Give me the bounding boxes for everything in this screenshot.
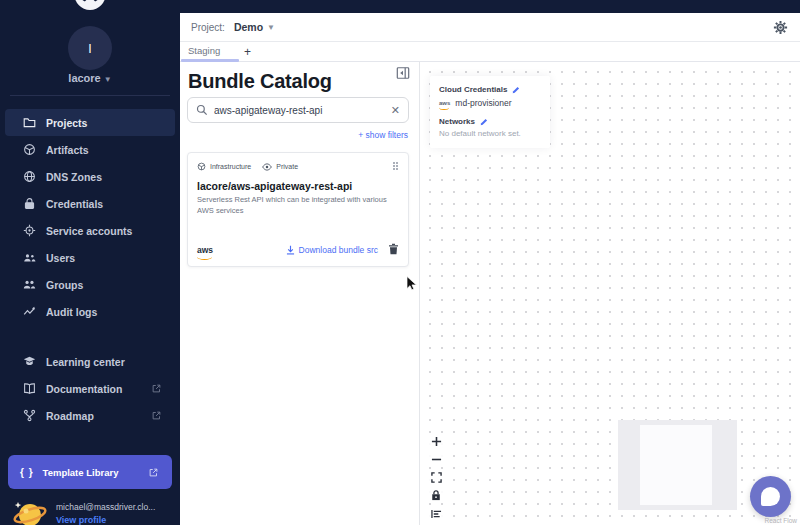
sidebar-nav: Projects Artifacts DNS Zones Credentials… — [0, 109, 180, 325]
networks-label: Networks — [439, 117, 475, 126]
edit-pencil-icon[interactable] — [512, 86, 520, 94]
clear-search-icon[interactable]: ✕ — [391, 105, 400, 116]
bundle-card-badges: Infrastructure Private — [197, 162, 399, 171]
minimap-viewport — [640, 425, 712, 505]
planet-avatar[interactable] — [12, 496, 48, 525]
sidebar-item-groups[interactable]: Groups — [5, 271, 175, 298]
bundle-name: lacore/aws-apigateway-rest-api — [197, 180, 399, 192]
edit-pencil-icon[interactable] — [480, 118, 488, 126]
sidebar-item-service-accounts[interactable]: Service accounts — [5, 217, 175, 244]
org-avatar[interactable]: l — [68, 26, 112, 70]
massdriver-logo-icon — [0, 0, 180, 11]
bundle-search-input[interactable] — [214, 105, 391, 116]
sidebar-item-dns-zones[interactable]: DNS Zones — [5, 163, 175, 190]
settings-gear-button[interactable] — [773, 20, 788, 39]
external-link-icon — [152, 411, 161, 420]
download-bundle-link[interactable]: Download bundle src — [286, 245, 378, 255]
gear-icon — [773, 20, 788, 35]
external-link-icon — [152, 384, 161, 393]
sidebar-item-learning-center[interactable]: Learning center — [5, 348, 175, 375]
bundle-description: Serverless Rest API which can be integra… — [197, 195, 397, 216]
bundle-type-badge: Infrastructure — [197, 162, 251, 171]
chat-icon — [761, 487, 780, 506]
sidebar-item-documentation[interactable]: Documentation — [5, 375, 175, 402]
environment-canvas[interactable]: Cloud Credentials aws md-provisioner Net… — [420, 62, 800, 525]
project-header: Project: Demo ▼ — [180, 13, 800, 42]
template-library-button[interactable]: { } Template Library — [8, 455, 172, 489]
sidebar-item-label: Credentials — [46, 198, 103, 210]
credential-value: md-provisioner — [455, 98, 511, 108]
add-environment-button[interactable]: + — [238, 43, 257, 61]
branch-icon — [23, 409, 36, 422]
profile-section: michael@massdriver.clo... View profile — [12, 496, 180, 525]
minimap[interactable] — [618, 420, 737, 510]
groups-icon — [23, 278, 36, 291]
sidebar-item-audit-logs[interactable]: Audit logs — [5, 298, 175, 325]
drag-handle-icon[interactable] — [393, 162, 399, 171]
sidebar-item-label: Users — [46, 252, 75, 264]
bundle-card[interactable]: Infrastructure Private lacore/aws-apigat… — [187, 152, 409, 267]
org-switcher[interactable]: lacore▼ — [0, 72, 180, 84]
sidebar: l lacore▼ Projects Artifacts DNS Zones C… — [0, 0, 180, 525]
cloud-credentials-label: Cloud Credentials — [439, 85, 507, 94]
graduation-cap-icon — [23, 355, 36, 368]
collapse-sidebar-icon — [396, 66, 410, 80]
panel-title: Bundle Catalog — [188, 70, 332, 93]
download-label: Download bundle src — [299, 245, 378, 255]
book-icon — [23, 382, 36, 395]
zoom-out-button[interactable] — [428, 452, 444, 467]
view-profile-link[interactable]: View profile — [56, 515, 155, 525]
show-filters-link[interactable]: + show filters — [358, 130, 408, 140]
org-name: lacore — [68, 72, 100, 84]
eye-icon — [262, 163, 272, 171]
project-label: Project: — [191, 22, 225, 33]
external-link-icon — [149, 468, 158, 477]
sidebar-item-label: Artifacts — [46, 144, 89, 156]
sidebar-item-users[interactable]: Users — [5, 244, 175, 271]
download-icon — [286, 245, 295, 255]
sidebar-item-label: Documentation — [46, 383, 122, 395]
folder-icon — [23, 116, 36, 129]
users-icon — [23, 251, 36, 264]
collapse-panel-button[interactable] — [396, 66, 410, 84]
sidebar-divider — [10, 95, 170, 96]
template-library-label: Template Library — [43, 467, 119, 478]
sidebar-item-label: DNS Zones — [46, 171, 102, 183]
app-window: l lacore▼ Projects Artifacts DNS Zones C… — [0, 0, 800, 525]
plus-icon — [431, 436, 442, 447]
braces-icon: { } — [20, 467, 34, 478]
sidebar-item-credentials[interactable]: Credentials — [5, 190, 175, 217]
minus-icon — [431, 454, 442, 465]
environment-defaults-panel: Cloud Credentials aws md-provisioner Net… — [430, 76, 550, 148]
infrastructure-icon — [197, 162, 206, 171]
sidebar-item-label: Service accounts — [46, 225, 132, 237]
aws-logo: aws — [197, 246, 213, 255]
bundle-card-footer: aws Download bundle src — [197, 241, 399, 259]
chevron-down-icon: ▼ — [104, 75, 112, 84]
globe-icon — [23, 170, 36, 183]
auto-layout-button[interactable] — [428, 506, 444, 521]
fit-view-button[interactable] — [428, 470, 444, 485]
fit-view-icon — [431, 472, 442, 483]
lock-button[interactable] — [428, 488, 444, 503]
sidebar-item-artifacts[interactable]: Artifacts — [5, 136, 175, 163]
chat-launcher-button[interactable] — [750, 476, 791, 517]
sidebar-item-projects[interactable]: Projects — [5, 109, 175, 136]
sidebar-item-roadmap[interactable]: Roadmap — [5, 402, 175, 429]
lock-icon — [23, 197, 36, 210]
trend-icon — [23, 305, 36, 318]
chevron-down-icon: ▼ — [267, 23, 275, 32]
search-bar: ✕ — [187, 97, 409, 123]
delete-bundle-button[interactable] — [388, 241, 399, 259]
project-selector[interactable]: Demo — [234, 21, 263, 33]
environment-tabs: Staging + — [180, 42, 800, 62]
bundle-type-label: Infrastructure — [210, 163, 251, 170]
bundle-catalog-panel: Bundle Catalog ✕ + show filters Infrastr… — [180, 62, 420, 525]
tab-staging[interactable]: Staging — [188, 45, 220, 56]
bundle-visibility-badge: Private — [262, 163, 298, 171]
sidebar-item-label: Learning center — [46, 356, 125, 368]
zoom-in-button[interactable] — [428, 434, 444, 449]
bundle-visibility-label: Private — [276, 163, 298, 170]
networks-empty-text: No default network set. — [439, 129, 541, 138]
aws-logo-small: aws — [439, 100, 450, 106]
